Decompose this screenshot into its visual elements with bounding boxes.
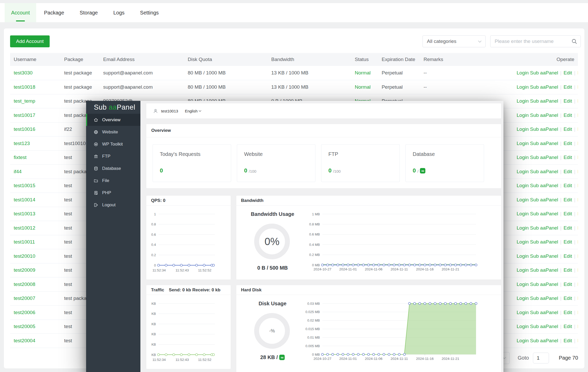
- sidebar-item-logout[interactable]: Logout: [86, 199, 140, 211]
- login-sub-aapanel-link[interactable]: Login Sub aaPanel: [517, 197, 558, 202]
- username-link[interactable]: test3030: [14, 70, 33, 75]
- delete-link[interactable]: Delete: [577, 197, 578, 202]
- login-sub-aapanel-link[interactable]: Login Sub aaPanel: [517, 239, 558, 245]
- login-sub-aapanel-link[interactable]: Login Sub aaPanel: [517, 338, 558, 343]
- edit-link[interactable]: Edit: [564, 197, 572, 202]
- login-sub-aapanel-link[interactable]: Login Sub aaPanel: [517, 295, 558, 301]
- delete-link[interactable]: Delete: [577, 84, 578, 90]
- login-sub-aapanel-link[interactable]: Login Sub aaPanel: [517, 211, 558, 216]
- tab-settings[interactable]: Settings: [132, 3, 167, 22]
- edit-link[interactable]: Edit: [564, 239, 572, 245]
- username-link[interactable]: test10016: [14, 126, 35, 132]
- tab-account[interactable]: Account: [5, 3, 36, 22]
- delete-link[interactable]: Delete: [577, 112, 578, 118]
- edit-link[interactable]: Edit: [564, 310, 572, 315]
- delete-link[interactable]: Delete: [577, 282, 578, 287]
- delete-link[interactable]: Delete: [577, 70, 578, 75]
- username-link[interactable]: test20006: [14, 310, 35, 315]
- sidebar-item-database[interactable]: Database: [86, 162, 140, 174]
- delete-link[interactable]: Delete: [577, 267, 578, 273]
- operate-separator: |: [574, 267, 575, 273]
- username-link[interactable]: test10015: [14, 183, 35, 188]
- delete-link[interactable]: Delete: [577, 211, 578, 216]
- username-link[interactable]: test10017: [14, 112, 35, 118]
- edit-link[interactable]: Edit: [564, 141, 572, 146]
- delete-link[interactable]: Delete: [577, 183, 578, 188]
- edit-link[interactable]: Edit: [564, 70, 572, 75]
- edit-link[interactable]: Edit: [564, 183, 572, 188]
- edit-link[interactable]: Edit: [564, 84, 572, 90]
- delete-link[interactable]: Delete: [577, 338, 578, 343]
- login-sub-aapanel-link[interactable]: Login Sub aaPanel: [517, 84, 558, 90]
- edit-link[interactable]: Edit: [564, 126, 572, 132]
- tab-logs[interactable]: Logs: [105, 3, 132, 22]
- username-link[interactable]: test10018: [14, 84, 35, 90]
- login-sub-aapanel-link[interactable]: Login Sub aaPanel: [517, 225, 558, 231]
- delete-link[interactable]: Delete: [577, 253, 578, 259]
- username-search-input[interactable]: [491, 38, 571, 44]
- username-link[interactable]: test20005: [14, 324, 35, 329]
- username-link[interactable]: test20004: [14, 338, 35, 343]
- sidebar-item-wp-toolkit[interactable]: WP Toolkit: [86, 138, 140, 150]
- username-link[interactable]: if44: [14, 169, 22, 174]
- username-link[interactable]: test123: [14, 141, 30, 146]
- delete-link[interactable]: Delete: [577, 155, 578, 160]
- login-sub-aapanel-link[interactable]: Login Sub aaPanel: [517, 112, 558, 118]
- login-sub-aapanel-link[interactable]: Login Sub aaPanel: [517, 169, 558, 174]
- edit-link[interactable]: Edit: [564, 338, 572, 343]
- edit-link[interactable]: Edit: [564, 295, 572, 301]
- login-sub-aapanel-link[interactable]: Login Sub aaPanel: [517, 141, 558, 146]
- delete-link[interactable]: Delete: [577, 324, 578, 329]
- login-sub-aapanel-link[interactable]: Login Sub aaPanel: [517, 126, 558, 132]
- sidebar-item-ftp[interactable]: FTP: [86, 150, 140, 162]
- login-sub-aapanel-link[interactable]: Login Sub aaPanel: [517, 253, 558, 259]
- sidebar-item-php[interactable]: PHP: [86, 187, 140, 199]
- username-link[interactable]: test10012: [14, 225, 35, 231]
- username-link[interactable]: test_temp: [14, 98, 35, 104]
- login-sub-aapanel-link[interactable]: Login Sub aaPanel: [517, 282, 558, 287]
- edit-link[interactable]: Edit: [564, 324, 572, 329]
- username-link[interactable]: test20009: [14, 267, 35, 273]
- language-selector[interactable]: English: [185, 109, 201, 113]
- delete-link[interactable]: Delete: [577, 126, 578, 132]
- login-sub-aapanel-link[interactable]: Login Sub aaPanel: [517, 70, 558, 75]
- sidebar-item-overview[interactable]: Overview: [86, 114, 140, 126]
- tab-package[interactable]: Package: [36, 3, 72, 22]
- login-sub-aapanel-link[interactable]: Login Sub aaPanel: [517, 310, 558, 315]
- username-link[interactable]: test10011: [14, 239, 35, 245]
- delete-link[interactable]: Delete: [577, 98, 578, 104]
- username-link[interactable]: fixtest: [14, 155, 27, 160]
- delete-link[interactable]: Delete: [577, 239, 578, 245]
- login-sub-aapanel-link[interactable]: Login Sub aaPanel: [517, 267, 558, 273]
- edit-link[interactable]: Edit: [564, 225, 572, 231]
- delete-link[interactable]: Delete: [577, 310, 578, 315]
- username-link[interactable]: test10014: [14, 197, 35, 202]
- category-filter-select[interactable]: All categories: [423, 35, 486, 47]
- edit-link[interactable]: Edit: [564, 267, 572, 273]
- username-link[interactable]: test10013: [14, 211, 35, 216]
- login-sub-aapanel-link[interactable]: Login Sub aaPanel: [517, 183, 558, 188]
- tab-storage[interactable]: Storage: [72, 3, 105, 22]
- edit-link[interactable]: Edit: [564, 98, 572, 104]
- add-account-button[interactable]: Add Account: [10, 35, 50, 47]
- username-link[interactable]: test20007: [14, 295, 35, 301]
- username-link[interactable]: test20010: [14, 253, 35, 259]
- delete-link[interactable]: Delete: [577, 169, 578, 174]
- login-sub-aapanel-link[interactable]: Login Sub aaPanel: [517, 155, 558, 160]
- edit-link[interactable]: Edit: [564, 169, 572, 174]
- username-link[interactable]: test20008: [14, 282, 35, 287]
- login-sub-aapanel-link[interactable]: Login Sub aaPanel: [517, 324, 558, 329]
- edit-link[interactable]: Edit: [564, 155, 572, 160]
- edit-link[interactable]: Edit: [564, 211, 572, 216]
- delete-link[interactable]: Delete: [577, 225, 578, 231]
- login-sub-aapanel-link[interactable]: Login Sub aaPanel: [517, 98, 558, 104]
- edit-link[interactable]: Edit: [564, 253, 572, 259]
- edit-link[interactable]: Edit: [564, 112, 572, 118]
- goto-page-input[interactable]: [533, 353, 549, 363]
- delete-link[interactable]: Delete: [577, 141, 578, 146]
- sidebar-item-website[interactable]: Website: [86, 126, 140, 138]
- delete-link[interactable]: Delete: [577, 295, 578, 301]
- edit-link[interactable]: Edit: [564, 282, 572, 287]
- sidebar-item-file[interactable]: File: [86, 174, 140, 187]
- search-icon[interactable]: [571, 39, 577, 44]
